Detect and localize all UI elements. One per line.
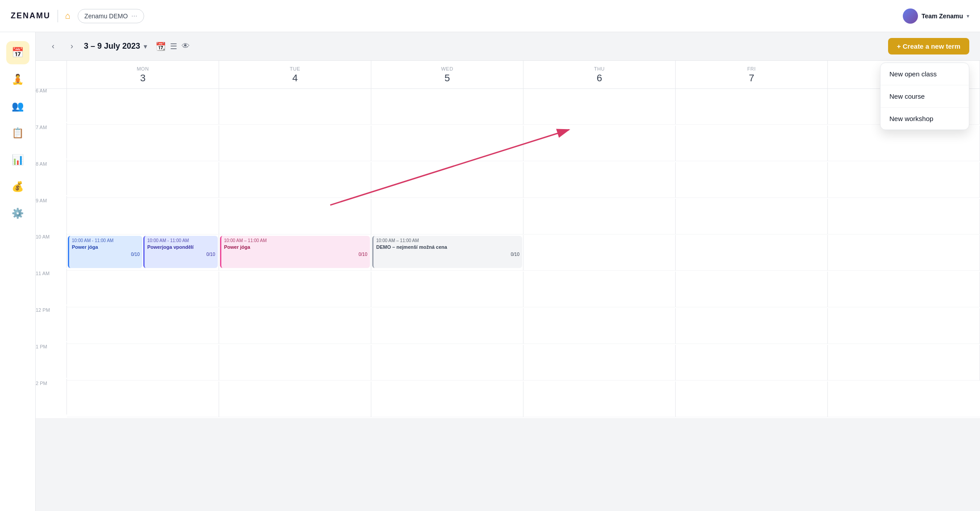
event-count: 0/10 [224,251,367,257]
new-open-class-item[interactable]: New open class [880,63,969,85]
sidebar-item-reports[interactable]: 📋 [6,121,29,145]
create-term-button[interactable]: + Create a new term [888,38,969,54]
cell-sat-9am [828,199,980,235]
cell-mon-12pm [67,308,219,344]
cell-wed-10am: 10:00 AM – 11:00 AM DEMO – nejmenší možn… [371,235,523,271]
cell-fri-2pm [676,381,828,417]
home-icon[interactable]: ⌂ [65,11,71,21]
eye-icon[interactable]: 👁 [182,42,190,51]
time-label-9am: 9 AM [36,196,67,232]
content-area: ‹ › 3 – 9 July 2023 ▾ 📆 ☰ 👁 + Create a n… [36,32,980,511]
event-demo-wed[interactable]: 10:00 AM – 11:00 AM DEMO – nejmenší možn… [372,236,522,268]
cell-fri-1pm [676,345,828,381]
cell-mon-7am [67,126,219,161]
cell-wed-9am [371,199,523,235]
calendar-grid: MON 3 TUE 4 WED 5 THU 6 FRI 7 [36,61,980,418]
cell-wed-7am [371,126,523,161]
day-label-wed: WED [375,66,519,71]
cell-sat-10am [828,235,980,271]
day-header-tue: TUE 4 [219,61,371,89]
event-power-joga-tue[interactable]: 10:00 AM – 11:00 AM Power jóga 0/10 [220,236,370,268]
cell-thu-9am [523,199,676,235]
cell-thu-1pm [523,345,676,381]
new-workshop-item[interactable]: New workshop [880,108,969,130]
sidebar-item-finance[interactable]: 💰 [6,175,29,198]
next-button[interactable]: › [65,40,79,53]
cell-thu-8am [523,162,676,198]
cell-sat-1pm [828,345,980,381]
cell-mon-1pm [67,345,219,381]
list-view-icon[interactable]: ☰ [170,42,177,51]
cell-wed-11am [371,272,523,307]
cell-wed-1pm [371,345,523,381]
cell-wed-8am [371,162,523,198]
calendar-container: MON 3 TUE 4 WED 5 THU 6 FRI 7 [36,61,980,511]
cell-mon-2pm [67,381,219,417]
sidebar-item-calendar[interactable]: 📅 [6,41,29,64]
divider [58,10,58,22]
user-name: Team Zenamu [922,13,963,20]
cell-mon-8am [67,162,219,198]
day-number-mon: 3 [71,72,215,84]
event-power-joga-mon-1[interactable]: 10:00 AM - 11:00 AM Power jóga 0/10 [68,236,142,268]
cell-thu-6am [523,89,676,125]
cell-tue-2pm [219,381,371,417]
cell-wed-2pm [371,381,523,417]
day-header-thu: THU 6 [523,61,676,89]
date-range-chevron: ▾ [144,43,147,50]
top-bar: ZENAMU ⌂ Zenamu DEMO ··· Team Zenamu ▾ [0,0,980,32]
day-header-mon: MON 3 [67,61,219,89]
day-header-wed: WED 5 [371,61,523,89]
prev-button[interactable]: ‹ [46,40,60,53]
cell-thu-10am [523,235,676,271]
time-header-empty [36,61,67,89]
event-name: DEMO – nejmenší možná cena [376,244,519,250]
new-course-item[interactable]: New course [880,85,969,108]
user-menu[interactable]: Team Zenamu ▾ [903,8,969,24]
cell-mon-10am: 10:00 AM - 11:00 AM Power jóga 0/10 10:0… [67,235,219,271]
cell-tue-6am [219,89,371,125]
cell-tue-11am [219,272,371,307]
date-range[interactable]: 3 – 9 July 2023 ▾ [84,42,147,51]
event-time: 10:00 AM - 11:00 AM [72,238,140,243]
sidebar-item-analytics[interactable]: 📊 [6,148,29,172]
cell-fri-9am [676,199,828,235]
chevron-down-icon: ▾ [967,13,969,19]
event-time: 10:00 AM - 11:00 AM [147,238,215,243]
cell-tue-9am [219,199,371,235]
cell-mon-6am [67,89,219,125]
event-name: Power jóga [72,244,140,250]
workspace-label: Zenamu DEMO [84,13,128,20]
cell-fri-11am [676,272,828,307]
time-label-11am: 11 AM [36,269,67,305]
time-label-10am: 10 AM [36,232,67,268]
event-count: 0/10 [376,251,519,257]
time-label-6am: 6 AM [36,86,67,122]
event-power-joga-mon-2[interactable]: 10:00 AM - 11:00 AM Powerjoga vpondělí 0… [143,236,218,268]
cell-thu-11am [523,272,676,307]
day-number-fri: 7 [679,72,824,84]
cell-tue-7am [219,126,371,161]
calendar-view-icon[interactable]: 📆 [156,42,166,51]
cell-tue-10am: 10:00 AM – 11:00 AM Power jóga 0/10 [219,235,371,271]
date-range-label: 3 – 9 July 2023 [84,42,140,51]
time-label-12pm: 12 PM [36,306,67,341]
cell-mon-11am [67,272,219,307]
workspace-button[interactable]: Zenamu DEMO ··· [78,9,144,23]
cell-fri-7am [676,126,828,161]
sidebar-item-users[interactable]: 👥 [6,95,29,118]
cell-sat-2pm [828,381,980,417]
day-label-tue: TUE [223,66,367,71]
cell-fri-8am [676,162,828,198]
cell-fri-10am [676,235,828,271]
event-name: Powerjoga vpondělí [147,244,215,250]
sidebar-item-meditation[interactable]: 🧘 [6,68,29,91]
event-time: 10:00 AM – 11:00 AM [376,238,519,243]
logo: ZENAMU [11,11,50,21]
time-label-7am: 7 AM [36,123,67,159]
day-label-mon: MON [71,66,215,71]
create-term-label: + Create a new term [897,42,960,50]
cell-thu-2pm [523,381,676,417]
cell-sat-7am [828,126,980,161]
sidebar-item-settings[interactable]: ⚙️ [6,202,29,225]
